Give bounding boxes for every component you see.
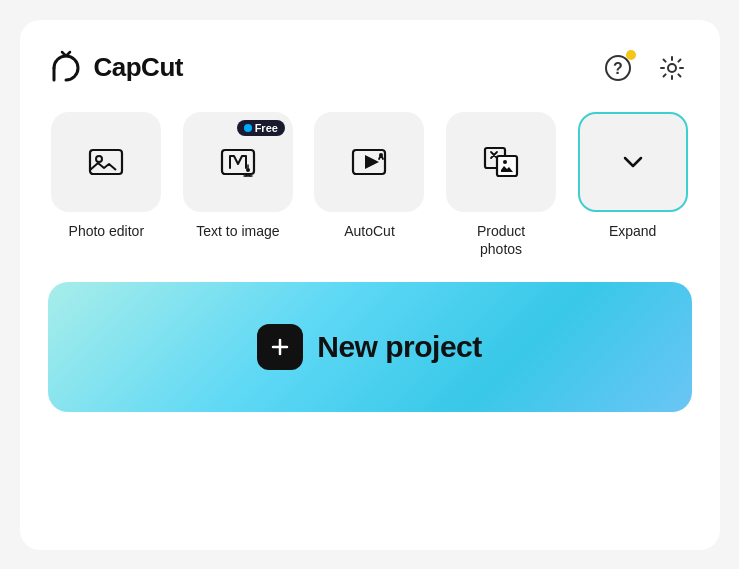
gear-icon	[658, 54, 686, 82]
svg-rect-12	[497, 156, 517, 176]
help-button[interactable]: ?	[598, 48, 638, 88]
settings-button[interactable]	[652, 48, 692, 88]
free-badge-dot	[244, 124, 252, 132]
tool-card-expand	[578, 112, 688, 212]
product-photos-icon	[479, 140, 523, 184]
plus-icon	[268, 335, 292, 359]
tool-card-text-to-image: Free	[183, 112, 293, 212]
header-actions: ?	[598, 48, 692, 88]
tool-label-text-to-image: Text to image	[196, 222, 279, 240]
header: CapCut ?	[48, 48, 692, 88]
photo-editor-icon	[84, 140, 128, 184]
autocut-icon	[347, 140, 391, 184]
new-project-plus-icon	[257, 324, 303, 370]
tools-row: Photo editor Free Text to image	[48, 112, 692, 258]
chevron-down-icon	[617, 146, 649, 178]
free-badge: Free	[237, 120, 285, 136]
tool-label-photo-editor: Photo editor	[69, 222, 145, 240]
svg-point-5	[96, 156, 102, 162]
tool-item-text-to-image[interactable]: Free Text to image	[179, 112, 297, 240]
svg-point-10	[379, 153, 383, 157]
tool-label-product-photos: Product photos	[477, 222, 525, 258]
tool-item-photo-editor[interactable]: Photo editor	[48, 112, 166, 240]
svg-rect-4	[90, 150, 122, 174]
tool-item-product-photos[interactable]: Product photos	[442, 112, 560, 258]
capcut-logo-icon	[48, 50, 84, 86]
logo: CapCut	[48, 50, 183, 86]
app-container: CapCut ?	[20, 20, 720, 550]
tool-card-photo-editor	[51, 112, 161, 212]
svg-point-13	[503, 160, 507, 164]
new-project-label: New project	[317, 330, 482, 364]
text-to-image-icon	[216, 140, 260, 184]
tool-label-autocut: AutoCut	[344, 222, 395, 240]
svg-marker-9	[365, 155, 379, 169]
svg-point-3	[668, 64, 676, 72]
tool-item-expand[interactable]: Expand	[574, 112, 692, 240]
svg-text:?: ?	[613, 60, 623, 77]
app-title: CapCut	[94, 52, 183, 83]
tool-item-autocut[interactable]: AutoCut	[311, 112, 429, 240]
free-badge-label: Free	[255, 122, 278, 134]
new-project-button[interactable]: New project	[48, 282, 692, 412]
notification-dot	[626, 50, 636, 60]
tool-label-expand: Expand	[609, 222, 656, 240]
tool-card-product-photos	[446, 112, 556, 212]
tool-card-autocut	[314, 112, 424, 212]
